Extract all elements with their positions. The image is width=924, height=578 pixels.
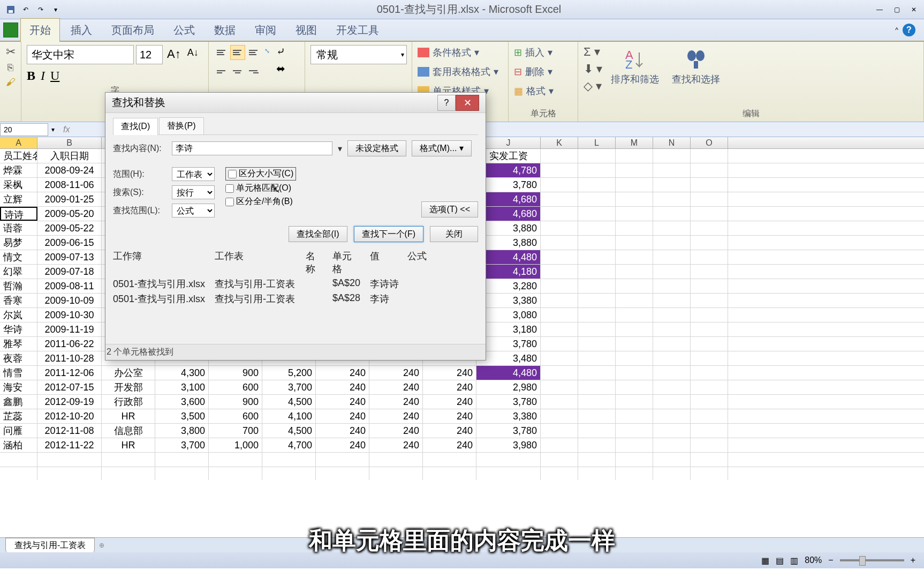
cell[interactable] (541, 178, 578, 192)
cell[interactable]: 600 (209, 409, 262, 423)
cell[interactable]: 240 (423, 424, 476, 438)
cell[interactable]: 尔岚 (0, 308, 37, 322)
cell[interactable] (541, 192, 578, 206)
match-entire-cell-checkbox[interactable]: 单元格匹配(O) (225, 183, 296, 194)
cell[interactable] (653, 337, 691, 351)
file-button[interactable] (3, 22, 18, 37)
cell[interactable]: 2009-08-11 (37, 279, 102, 293)
cell[interactable] (653, 438, 691, 452)
cell[interactable] (691, 265, 728, 279)
maximize-icon[interactable]: ▢ (889, 4, 905, 16)
find-all-button[interactable]: 查找全部(I) (289, 226, 347, 242)
cell[interactable] (653, 250, 691, 264)
cell[interactable]: 4,780 (476, 163, 541, 177)
tab-review[interactable]: 审阅 (246, 19, 285, 42)
cell[interactable]: 2,980 (476, 380, 541, 394)
header-salary[interactable]: 实发工资 (476, 149, 541, 163)
cell[interactable] (653, 279, 691, 293)
col-header-b[interactable]: B (37, 137, 102, 148)
cell[interactable] (616, 395, 653, 409)
cell[interactable] (541, 308, 578, 322)
cell[interactable] (616, 265, 653, 279)
cell[interactable]: HR (102, 409, 155, 423)
cell[interactable]: 幻翠 (0, 265, 37, 279)
undo-icon[interactable]: ↶ (19, 3, 32, 16)
cell[interactable] (578, 221, 616, 235)
bold-button[interactable]: B (27, 69, 35, 83)
cell[interactable] (691, 250, 728, 264)
col-header-l[interactable]: L (578, 137, 616, 148)
col-header-n[interactable]: N (653, 137, 691, 148)
table-row[interactable]: 问雁2012-11-08信息部3,8007004,5002402402403,7… (0, 424, 924, 438)
cell[interactable]: HR (102, 438, 155, 452)
copy-icon[interactable]: ⎘ (7, 62, 13, 73)
cell[interactable]: 900 (209, 395, 262, 409)
cell[interactable]: 易梦 (0, 236, 37, 250)
cell[interactable] (691, 337, 728, 351)
cell[interactable]: 3,780 (476, 424, 541, 438)
cell[interactable]: 2009-06-15 (37, 236, 102, 250)
fill-icon[interactable]: ⬇ ▾ (584, 62, 602, 76)
cell[interactable] (578, 308, 616, 322)
cell[interactable]: 240 (369, 380, 423, 394)
table-row[interactable]: 情雪2011-12-06办公室4,3009005,2002402402404,4… (0, 366, 924, 380)
tab-home[interactable]: 开始 (20, 18, 60, 42)
cell[interactable]: 4,700 (262, 438, 316, 452)
cell[interactable]: 2009-11-19 (37, 322, 102, 336)
cell[interactable] (691, 409, 728, 423)
clear-icon[interactable]: ◇ ▾ (584, 79, 602, 93)
align-top-icon[interactable] (214, 45, 229, 60)
cell[interactable] (541, 294, 578, 307)
cell[interactable] (578, 424, 616, 438)
col-header-m[interactable]: M (616, 137, 653, 148)
cell[interactable] (578, 178, 616, 192)
cell[interactable] (616, 409, 653, 423)
cell[interactable]: 240 (423, 380, 476, 394)
result-row[interactable]: 0501-查找与引用.xlsx 查找与引用-工资表 $A$28 李诗 (113, 291, 478, 306)
cell[interactable]: 3,100 (155, 380, 209, 394)
table-format-button[interactable]: 套用表格格式 ▾ (418, 64, 498, 79)
cell[interactable]: 240 (423, 395, 476, 409)
cell[interactable] (616, 250, 653, 264)
cell[interactable] (653, 221, 691, 235)
increase-font-icon[interactable]: A↑ (165, 45, 183, 64)
cell[interactable] (691, 395, 728, 409)
cell[interactable]: 2009-10-30 (37, 308, 102, 322)
close-button[interactable]: 关闭 (430, 226, 478, 242)
cell[interactable] (653, 178, 691, 192)
cell[interactable]: 240 (316, 409, 369, 423)
format-button[interactable]: 格式(M)... ▾ (412, 140, 472, 156)
cell[interactable] (691, 221, 728, 235)
cell[interactable] (541, 207, 578, 221)
cell[interactable]: 3,380 (476, 409, 541, 423)
cell[interactable]: 3,280 (476, 279, 541, 293)
cell[interactable] (578, 236, 616, 250)
cell[interactable]: 3,800 (155, 424, 209, 438)
merge-icon[interactable]: ⬌ (276, 62, 285, 75)
cell[interactable]: 3,780 (476, 395, 541, 409)
cell[interactable]: 4,680 (476, 207, 541, 221)
view-layout-icon[interactable]: ▤ (776, 556, 784, 566)
conditional-format-button[interactable]: 条件格式 ▾ (418, 45, 479, 60)
cell[interactable] (578, 163, 616, 177)
cell[interactable] (691, 279, 728, 293)
cell[interactable] (541, 395, 578, 409)
col-header-o[interactable]: O (691, 137, 728, 148)
cell[interactable]: 4,680 (476, 192, 541, 206)
save-icon[interactable] (4, 3, 17, 16)
cell[interactable] (578, 250, 616, 264)
minimize-icon[interactable]: — (872, 4, 888, 16)
cell[interactable] (691, 424, 728, 438)
cell[interactable] (616, 279, 653, 293)
cell[interactable]: 700 (209, 424, 262, 438)
cell[interactable]: 240 (369, 409, 423, 423)
cell[interactable]: 3,780 (476, 178, 541, 192)
cell[interactable]: 语蓉 (0, 221, 37, 235)
cell[interactable] (616, 438, 653, 452)
font-name-input[interactable]: 华文中宋 (27, 45, 134, 64)
cell[interactable] (653, 308, 691, 322)
cell[interactable] (541, 250, 578, 264)
cell[interactable] (616, 207, 653, 221)
table-row[interactable]: 海安2012-07-15开发部3,1006003,7002402402402,9… (0, 380, 924, 395)
wrap-text-icon[interactable]: ⤶ (276, 45, 285, 58)
